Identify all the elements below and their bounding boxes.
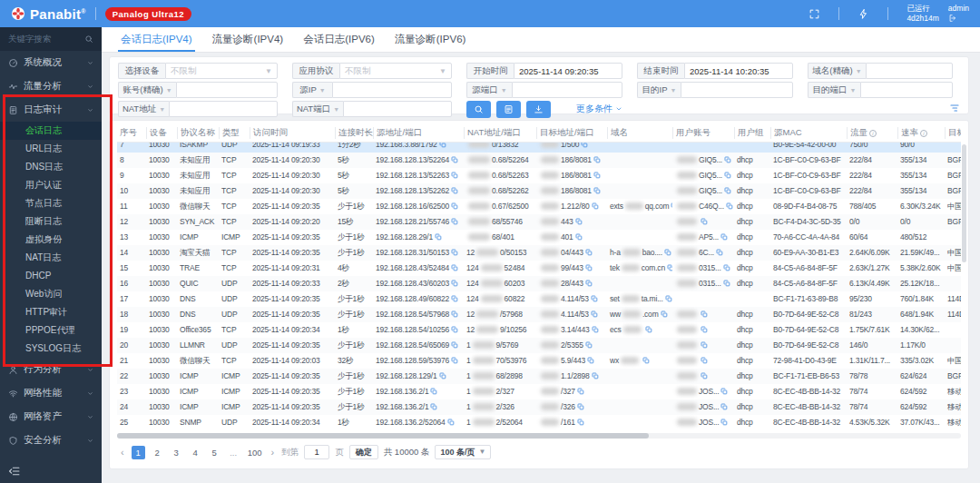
table-row[interactable]: 1910030Office365TCP2025-11-14 09:20:341秒…: [117, 322, 961, 338]
table-row[interactable]: 2510030SNMPUDP2025-11-14 09:20:341秒192.1…: [117, 415, 961, 430]
table-row[interactable]: 1610030QUICUDP2025-11-14 09:20:332秒192.1…: [117, 276, 961, 291]
table-row[interactable]: 2110030微信聊天TCP2025-11-14 09:20:0332秒192.…: [117, 353, 961, 369]
copy-icon[interactable]: [720, 419, 728, 426]
copy-icon[interactable]: [720, 233, 728, 241]
filter-label[interactable]: NAT端口▼: [292, 101, 343, 117]
copy-icon[interactable]: [451, 295, 458, 302]
copy-icon[interactable]: [451, 326, 458, 333]
bolt-icon[interactable]: [858, 8, 869, 20]
table-row[interactable]: 1410030淘宝天猫TCP2025-11-14 09:20:35少于1秒192…: [117, 245, 961, 261]
table-row[interactable]: 710030ISAKMPUDP2025-11-14 09:19:331分2秒19…: [117, 143, 961, 153]
copy-icon[interactable]: [447, 419, 455, 426]
filter-label[interactable]: 账号(精确)▼: [118, 82, 176, 98]
copy-icon[interactable]: [451, 264, 458, 271]
table-row[interactable]: 810030未知应用TCP2025-11-14 09:20:305秒192.16…: [117, 153, 961, 168]
tab-4[interactable]: 流量诊断(IPV6): [385, 27, 476, 52]
copy-icon[interactable]: [701, 310, 708, 318]
copy-icon[interactable]: [451, 310, 458, 318]
copy-icon[interactable]: [585, 280, 593, 287]
sidebar-item-3[interactable]: DNS日志: [0, 158, 102, 176]
download-button[interactable]: [526, 101, 551, 118]
horizontal-scrollbar[interactable]: [117, 433, 961, 439]
filter-label[interactable]: 目的IP▼: [637, 82, 681, 98]
copy-icon[interactable]: [451, 249, 458, 256]
datetime-field[interactable]: 2025-11-14 10:20:35: [684, 63, 793, 79]
copy-icon[interactable]: [451, 357, 458, 364]
datetime-field[interactable]: 2025-11-14 09:20:35: [514, 63, 622, 79]
copy-icon[interactable]: [723, 280, 730, 287]
table-row[interactable]: 1810030DNSUDP2025-11-14 09:20:35少于1秒192.…: [117, 307, 961, 322]
confirm-button[interactable]: 确定: [349, 445, 378, 459]
sidebar-group-2[interactable]: 流量分析: [0, 74, 102, 98]
copy-icon[interactable]: [451, 341, 458, 349]
page-button-5[interactable]: 5: [208, 446, 221, 459]
filter-icon[interactable]: [949, 101, 960, 117]
sidebar-item-5[interactable]: 节点日志: [0, 194, 102, 212]
table-row[interactable]: 2210030ICMPICMP2025-11-14 09:20:35少于1秒19…: [117, 369, 961, 384]
copy-icon[interactable]: [577, 403, 584, 410]
copy-icon[interactable]: [451, 202, 458, 210]
copy-icon[interactable]: [577, 388, 584, 395]
copy-icon[interactable]: [439, 372, 446, 380]
copy-icon[interactable]: [592, 372, 599, 380]
copy-icon[interactable]: [435, 233, 442, 241]
sidebar-item-8[interactable]: NAT日志: [0, 249, 102, 267]
filter-label[interactable]: 域名(精确)▼: [808, 63, 866, 79]
sidebar-item-7[interactable]: 虚拟身份: [0, 231, 102, 249]
export-report-button[interactable]: [496, 101, 521, 118]
panabit-logo[interactable]: Panabit®: [11, 6, 86, 22]
page-size-select[interactable]: 100 条/页▼: [435, 445, 491, 459]
copy-icon[interactable]: [587, 357, 594, 364]
sidebar-item-4[interactable]: 用户认证: [0, 176, 102, 194]
table-row[interactable]: 2010030LLMNRUDP2025-11-14 09:20:35少于1秒19…: [117, 338, 961, 353]
copy-icon[interactable]: [591, 295, 598, 302]
copy-icon[interactable]: [581, 143, 588, 148]
copy-icon[interactable]: [591, 310, 598, 318]
sidebar-search[interactable]: 关键字搜索: [0, 27, 102, 51]
text-field[interactable]: [860, 82, 953, 98]
copy-icon[interactable]: [575, 233, 583, 241]
copy-icon[interactable]: [664, 249, 671, 256]
copy-icon[interactable]: [701, 372, 708, 380]
copy-icon[interactable]: [642, 357, 650, 364]
user-menu[interactable]: admin: [948, 5, 969, 23]
goto-page-input[interactable]: 1: [304, 445, 329, 459]
copy-icon[interactable]: [724, 187, 731, 194]
copy-icon[interactable]: [577, 419, 584, 426]
table-row[interactable]: 2310030ICMPICMP2025-11-14 09:20:35少于1秒19…: [117, 384, 961, 399]
prev-page-button[interactable]: ‹: [119, 447, 126, 458]
filter-label[interactable]: NAT地址▼: [118, 101, 169, 117]
sidebar-group-5[interactable]: 网络性能: [0, 381, 102, 405]
copy-icon[interactable]: [575, 218, 583, 225]
text-field[interactable]: [681, 82, 793, 98]
filter-label[interactable]: 源IP▼: [292, 82, 332, 98]
copy-icon[interactable]: [724, 156, 731, 163]
logout-icon[interactable]: [948, 14, 957, 23]
copy-icon[interactable]: [645, 326, 652, 333]
copy-icon[interactable]: [585, 341, 593, 349]
copy-icon[interactable]: [592, 326, 599, 333]
table-row[interactable]: 1010030未知应用TCP2025-11-14 09:20:305秒192.1…: [117, 183, 961, 199]
sidebar-group-4[interactable]: 行为分析: [0, 358, 102, 381]
text-field[interactable]: [169, 101, 278, 117]
page-button-2[interactable]: 2: [151, 446, 164, 459]
copy-icon[interactable]: [593, 172, 601, 179]
page-button-1[interactable]: 1: [132, 446, 145, 459]
tab-1[interactable]: 会话日志(IPV4): [111, 27, 202, 52]
text-field[interactable]: [332, 82, 452, 98]
sidebar-item-10[interactable]: Web访问: [0, 285, 102, 303]
sidebar-item-6[interactable]: 阻断日志: [0, 212, 102, 231]
select-field[interactable]: 不限制▼: [165, 63, 278, 79]
copy-icon[interactable]: [451, 280, 458, 287]
copy-icon[interactable]: [451, 218, 458, 225]
table-row[interactable]: 1510030TRAETCP2025-11-14 09:20:314秒192.1…: [117, 261, 961, 276]
table-row[interactable]: 910030未知应用TCP2025-11-14 09:20:305秒192.16…: [117, 168, 961, 183]
copy-icon[interactable]: [585, 264, 593, 271]
sidebar-item-1[interactable]: 会话日志: [0, 122, 102, 140]
table-row[interactable]: 1110030微信聊天TCP2025-11-14 09:20:35少于1秒192…: [117, 199, 961, 214]
sidebar-group-7[interactable]: 安全分析: [0, 429, 102, 452]
page-button-3[interactable]: 3: [170, 446, 183, 459]
page-button-4[interactable]: 4: [189, 446, 202, 459]
copy-icon[interactable]: [701, 218, 708, 225]
vertical-scrollbar[interactable]: [962, 144, 966, 262]
